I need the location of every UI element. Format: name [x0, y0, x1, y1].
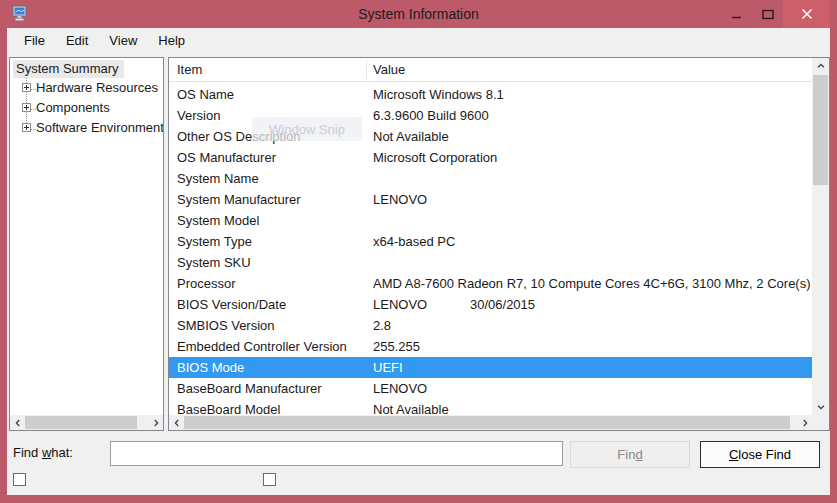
- expand-plus-icon[interactable]: [22, 103, 31, 112]
- window-title: System Information: [0, 0, 837, 28]
- expand-plus-icon[interactable]: [22, 123, 31, 132]
- menu-file[interactable]: File: [16, 28, 53, 53]
- maximize-icon: [762, 9, 774, 20]
- tree-item-hardware-resources[interactable]: Hardware Resources: [36, 79, 158, 96]
- table-row[interactable]: System Name: [169, 168, 812, 189]
- table-row[interactable]: System ManufacturerLENOVO: [169, 189, 812, 210]
- close-find-button[interactable]: Close Find: [700, 441, 820, 468]
- row-value: 2.8: [373, 315, 391, 336]
- table-row[interactable]: BaseBoard ManufacturerLENOVO: [169, 378, 812, 399]
- table-row[interactable]: System Typex64-based PC: [169, 231, 812, 252]
- system-information-window: System Information FileEditViewHelp Syst…: [0, 0, 837, 503]
- row-item: Embedded Controller Version: [177, 336, 347, 357]
- category-tree-panel: System SummaryHardware ResourcesComponen…: [9, 57, 164, 431]
- row-item: Other OS Description: [177, 126, 301, 147]
- table-row[interactable]: BIOS ModeUEFI: [169, 357, 812, 378]
- scroll-right-arrow-icon[interactable]: [148, 415, 163, 430]
- row-value: 255.255: [373, 336, 420, 357]
- table-row[interactable]: ProcessorAMD A8-7600 Radeon R7, 10 Compu…: [169, 273, 812, 294]
- row-item: OS Manufacturer: [177, 147, 276, 168]
- row-item: Version: [177, 105, 220, 126]
- vertical-scrollbar[interactable]: [812, 58, 829, 415]
- row-value: 6.3.9600 Build 9600: [373, 105, 489, 126]
- table-row[interactable]: BIOS Version/DateLENOVO30/06/2015: [169, 294, 812, 315]
- tree-item-components[interactable]: Components: [36, 99, 110, 116]
- table-row[interactable]: System Model: [169, 210, 812, 231]
- scroll-down-arrow-icon[interactable]: [812, 399, 829, 415]
- row-value: UEFI: [373, 357, 403, 378]
- column-header-value[interactable]: Value: [373, 58, 405, 81]
- row-item: OS Name: [177, 84, 234, 105]
- menu-edit[interactable]: Edit: [58, 28, 96, 53]
- tree-item-software-environment[interactable]: Software Environment: [36, 119, 164, 136]
- minimize-icon: [731, 9, 742, 20]
- row-value: LENOVO: [373, 378, 427, 399]
- client-area: FileEditViewHelp System SummaryHardware …: [7, 28, 830, 495]
- expand-plus-icon[interactable]: [22, 83, 31, 92]
- row-item: System Name: [177, 168, 259, 189]
- maximize-button[interactable]: [752, 0, 783, 28]
- find-input[interactable]: [110, 441, 563, 466]
- menu-bar: FileEditViewHelp: [7, 28, 830, 53]
- table-row[interactable]: SMBIOS Version2.8: [169, 315, 812, 336]
- row-item: BIOS Mode: [177, 357, 244, 378]
- details-panel: Item Value OS NameMicrosoft Windows 8.1V…: [168, 57, 830, 431]
- find-button[interactable]: Find: [570, 441, 690, 468]
- tree-horizontal-scrollbar[interactable]: [10, 415, 163, 430]
- scrollbar-corner: [812, 415, 829, 430]
- row-value: x64-based PC: [373, 231, 455, 252]
- table-row[interactable]: Version6.3.9600 Build 9600: [169, 105, 812, 126]
- scroll-right-arrow-icon[interactable]: [797, 415, 812, 430]
- table-row[interactable]: System SKU: [169, 252, 812, 273]
- horizontal-scrollbar-thumb[interactable]: [184, 416, 790, 429]
- column-header-item[interactable]: Item: [177, 58, 202, 81]
- menu-view[interactable]: View: [101, 28, 145, 53]
- row-value: LENOVO: [373, 294, 427, 315]
- tree-scrollbar-thumb[interactable]: [25, 416, 137, 429]
- table-row[interactable]: Embedded Controller Version255.255: [169, 336, 812, 357]
- row-value: LENOVO: [373, 189, 427, 210]
- row-item: System Manufacturer: [177, 189, 301, 210]
- scroll-up-arrow-icon[interactable]: [812, 58, 829, 74]
- close-icon: [801, 8, 813, 20]
- row-item: System Type: [177, 231, 252, 252]
- table-row[interactable]: OS NameMicrosoft Windows 8.1: [169, 84, 812, 105]
- row-value: Microsoft Corporation: [373, 147, 497, 168]
- close-button[interactable]: [783, 0, 830, 28]
- search-selected-category-checkbox[interactable]: [13, 473, 26, 486]
- table-row[interactable]: Other OS DescriptionNot Available: [169, 126, 812, 147]
- column-divider[interactable]: [366, 61, 367, 79]
- row-item: SMBIOS Version: [177, 315, 275, 336]
- table-row[interactable]: OS ManufacturerMicrosoft Corporation: [169, 147, 812, 168]
- menu-help[interactable]: Help: [150, 28, 193, 53]
- row-value: AMD A8-7600 Radeon R7, 10 Compute Cores …: [373, 273, 811, 294]
- vertical-scrollbar-thumb[interactable]: [813, 75, 828, 185]
- scroll-left-arrow-icon[interactable]: [10, 415, 25, 430]
- row-value-secondary: 30/06/2015: [470, 294, 535, 315]
- scroll-left-arrow-icon[interactable]: [169, 415, 184, 430]
- row-item: System Model: [177, 210, 259, 231]
- row-item: Processor: [177, 273, 236, 294]
- find-what-label: Find what:: [13, 445, 73, 461]
- search-category-names-checkbox[interactable]: [263, 473, 276, 486]
- titlebar[interactable]: System Information: [0, 0, 837, 28]
- row-value: Microsoft Windows 8.1: [373, 84, 504, 105]
- minimize-button[interactable]: [721, 0, 752, 28]
- row-value: Not Available: [373, 126, 449, 147]
- row-item: BaseBoard Manufacturer: [177, 378, 322, 399]
- tree-item-system-summary[interactable]: System Summary: [13, 60, 124, 78]
- row-item: System SKU: [177, 252, 251, 273]
- list-header: Item Value: [169, 58, 812, 82]
- row-item: BIOS Version/Date: [177, 294, 286, 315]
- horizontal-scrollbar[interactable]: [169, 415, 812, 430]
